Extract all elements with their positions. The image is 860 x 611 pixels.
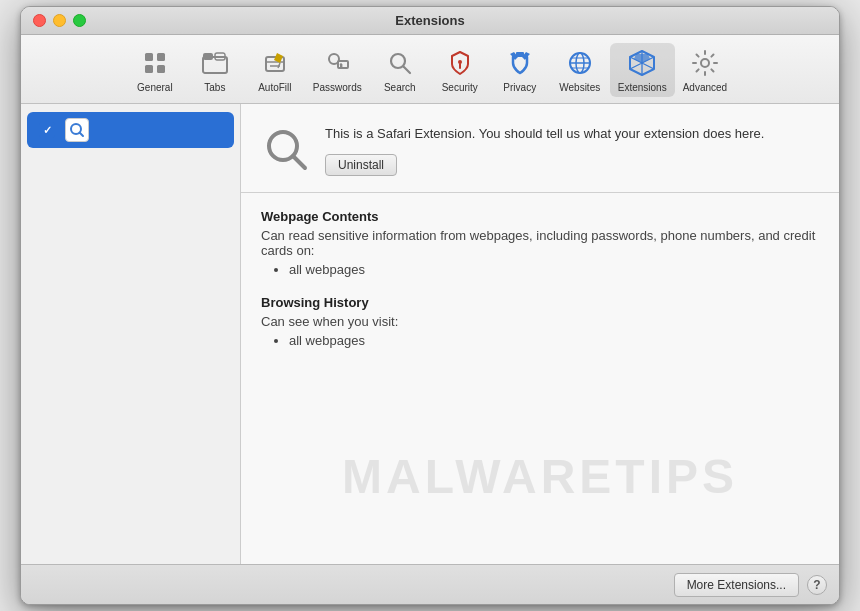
svg-rect-1 xyxy=(157,53,165,61)
svg-rect-19 xyxy=(516,52,524,57)
general-icon xyxy=(139,47,171,79)
list-item: all webpages xyxy=(289,333,819,348)
window-title: Extensions xyxy=(395,13,464,28)
security-icon xyxy=(444,47,476,79)
autofill-icon xyxy=(259,47,291,79)
extension-enabled-checkbox[interactable]: ✓ xyxy=(39,122,55,138)
websites-icon xyxy=(564,47,596,79)
svg-line-29 xyxy=(293,156,305,168)
webpage-contents-title: Webpage Contents xyxy=(261,209,819,224)
svg-point-25 xyxy=(701,59,709,67)
search-toolbar-icon xyxy=(384,47,416,79)
toolbar-label-privacy: Privacy xyxy=(503,82,536,93)
passwords-icon xyxy=(321,47,353,79)
toolbar-label-passwords: Passwords xyxy=(313,82,362,93)
permissions-section: Webpage Contents Can read sensitive info… xyxy=(241,193,839,382)
svg-rect-0 xyxy=(145,53,153,61)
extension-description-text: This is a Safari Extension. You should t… xyxy=(325,124,819,144)
privacy-icon xyxy=(504,47,536,79)
extension-header: This is a Safari Extension. You should t… xyxy=(241,104,839,193)
uninstall-button[interactable]: Uninstall xyxy=(325,154,397,176)
toolbar-item-general[interactable]: General xyxy=(125,43,185,97)
more-extensions-button[interactable]: More Extensions... xyxy=(674,573,799,597)
svg-rect-12 xyxy=(338,61,348,68)
extension-icon xyxy=(65,118,89,142)
extension-large-icon xyxy=(261,124,311,174)
safari-preferences-window: Extensions General xyxy=(20,6,840,605)
svg-rect-5 xyxy=(203,53,213,60)
toolbar-label-security: Security xyxy=(442,82,478,93)
sidebar: ✓ xyxy=(21,104,241,564)
watermark: MALWARETIPS xyxy=(342,449,738,504)
toolbar-item-advanced[interactable]: Advanced xyxy=(675,43,735,97)
extension-description-area: This is a Safari Extension. You should t… xyxy=(325,124,819,176)
toolbar-item-autofill[interactable]: AutoFill xyxy=(245,43,305,97)
toolbar-label-search: Search xyxy=(384,82,416,93)
svg-line-27 xyxy=(80,133,84,137)
extensions-icon xyxy=(626,47,658,79)
tabs-icon xyxy=(199,47,231,79)
toolbar-label-extensions: Extensions xyxy=(618,82,667,93)
svg-line-10 xyxy=(278,63,280,68)
help-button[interactable]: ? xyxy=(807,575,827,595)
traffic-lights xyxy=(33,14,86,27)
toolbar-item-search[interactable]: Search xyxy=(370,43,430,97)
browsing-history-section: Browsing History Can see when you visit:… xyxy=(261,295,819,348)
browsing-history-title: Browsing History xyxy=(261,295,819,310)
toolbar-item-websites[interactable]: Websites xyxy=(550,43,610,97)
minimize-button[interactable] xyxy=(53,14,66,27)
toolbar-label-websites: Websites xyxy=(559,82,600,93)
webpage-contents-section: Webpage Contents Can read sensitive info… xyxy=(261,209,819,277)
svg-rect-14 xyxy=(340,65,342,68)
sidebar-item-search-ext[interactable]: ✓ xyxy=(27,112,234,148)
toolbar: General Tabs xyxy=(21,35,839,104)
svg-line-16 xyxy=(403,67,410,74)
browsing-history-list: all webpages xyxy=(261,333,819,348)
toolbar-label-autofill: AutoFill xyxy=(258,82,291,93)
checkmark-icon: ✓ xyxy=(43,124,52,137)
toolbar-item-passwords[interactable]: Passwords xyxy=(305,43,370,97)
webpage-contents-list: all webpages xyxy=(261,262,819,277)
toolbar-item-privacy[interactable]: Privacy xyxy=(490,43,550,97)
toolbar-label-tabs: Tabs xyxy=(204,82,225,93)
svg-rect-3 xyxy=(157,65,165,73)
webpage-contents-desc: Can read sensitive information from webp… xyxy=(261,228,819,258)
toolbar-item-tabs[interactable]: Tabs xyxy=(185,43,245,97)
toolbar-label-advanced: Advanced xyxy=(683,82,727,93)
toolbar-label-general: General xyxy=(137,82,173,93)
extension-detail-panel: MALWARETIPS This is a Safari Extension. … xyxy=(241,104,839,564)
bottom-bar: More Extensions... ? xyxy=(21,564,839,604)
toolbar-item-security[interactable]: Security xyxy=(430,43,490,97)
list-item: all webpages xyxy=(289,262,819,277)
svg-rect-2 xyxy=(145,65,153,73)
main-content: ✓ MALWARETIPS xyxy=(21,104,839,564)
toolbar-item-extensions[interactable]: Extensions xyxy=(610,43,675,97)
title-bar: Extensions xyxy=(21,7,839,35)
browsing-history-desc: Can see when you visit: xyxy=(261,314,819,329)
maximize-button[interactable] xyxy=(73,14,86,27)
advanced-icon xyxy=(689,47,721,79)
close-button[interactable] xyxy=(33,14,46,27)
